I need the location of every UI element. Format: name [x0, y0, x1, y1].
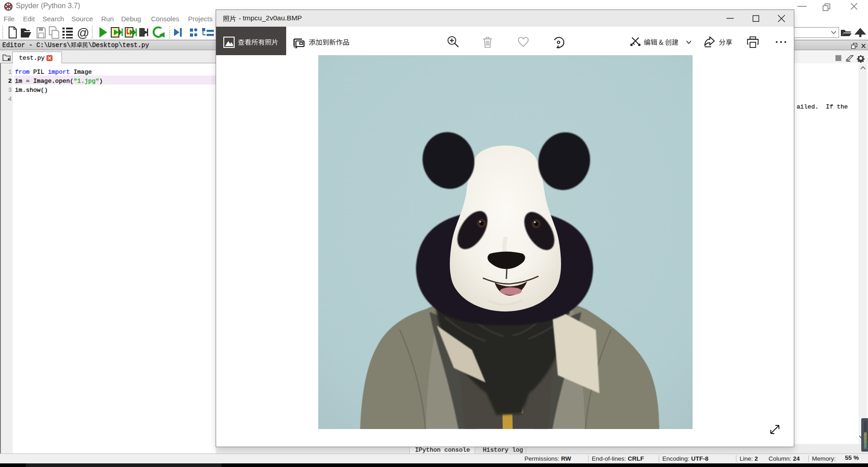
svg-text:@: @: [77, 26, 89, 40]
